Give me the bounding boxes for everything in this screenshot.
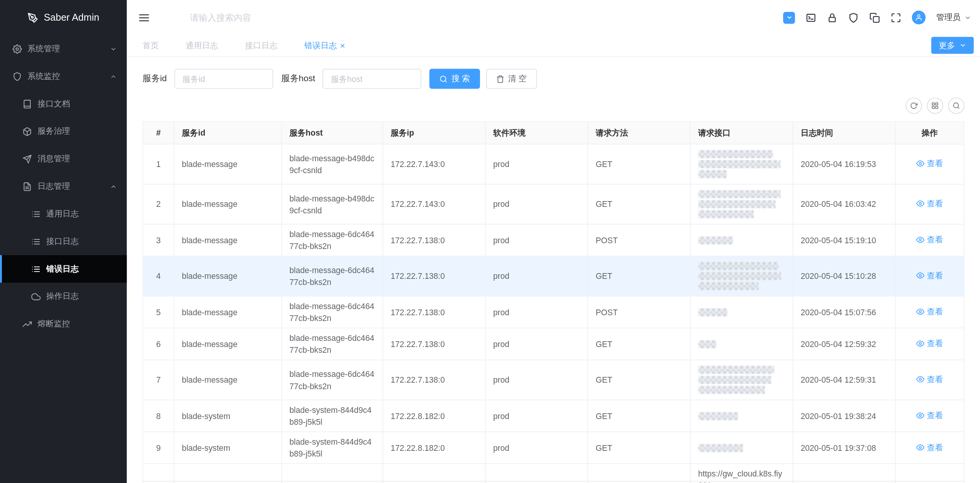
cell-env: prod: [485, 432, 588, 463]
tab-0[interactable]: 首页: [142, 40, 158, 51]
column-header: 日志时间: [793, 122, 895, 144]
cell-method: GET: [588, 432, 691, 463]
screens-icon[interactable]: [869, 12, 880, 23]
cell-service-id: blade-message: [174, 144, 282, 184]
cell-method: GET: [588, 256, 691, 296]
sidebar-item[interactable]: 错误日志: [0, 255, 127, 283]
cell-env: prod: [485, 256, 588, 296]
view-button[interactable]: 查看: [916, 157, 943, 169]
tabs: 首页通用日志接口日志错误日志×: [142, 40, 372, 51]
search-button[interactable]: 搜 索: [430, 69, 480, 89]
log-table: #服务id服务host服务ip软件环境请求方法请求接口日志时间操作 1blade…: [142, 121, 964, 483]
sidebar-item[interactable]: 消息管理: [0, 145, 127, 173]
sidebar-item[interactable]: 通用日志: [0, 200, 127, 228]
clear-button[interactable]: 清 空: [486, 69, 537, 89]
shield-icon[interactable]: [848, 12, 859, 23]
cell-service-host: blade-message-6dc46477cb-bks2n: [282, 296, 383, 328]
sidebar-item[interactable]: 系统监控: [0, 62, 127, 90]
cell-service-ip: 172.22.8.182:0: [383, 400, 485, 432]
view-label: 查看: [927, 337, 943, 349]
cell-api: [690, 296, 793, 328]
eye-icon: [916, 236, 924, 244]
view-button[interactable]: 查看: [916, 409, 943, 421]
view-button[interactable]: 查看: [916, 337, 943, 349]
cell-api: [690, 144, 793, 184]
sidebar-item-label: 服务治理: [38, 126, 70, 137]
console-icon[interactable]: [805, 12, 816, 23]
cell-api: [690, 224, 793, 256]
sidebar-item-label: 通用日志: [46, 208, 79, 219]
topbar: 管理员: [127, 0, 980, 35]
user-menu[interactable]: 管理员: [936, 12, 971, 23]
sidebar-item[interactable]: 服务治理: [0, 118, 127, 145]
cell-service-ip: 172.22.7.143:0: [383, 144, 485, 184]
cell-api: [690, 432, 793, 463]
more-button[interactable]: 更多: [931, 37, 974, 54]
app-logo: Saber Admin: [0, 0, 127, 35]
sidebar-item-label: 系统监控: [28, 70, 60, 82]
topbar-icon-group: [805, 12, 901, 23]
sidebar-item-label: 错误日志: [46, 263, 79, 274]
sidebar-item-label: 熔断监控: [38, 318, 70, 329]
cell-env: prod: [485, 144, 588, 184]
view-button[interactable]: 查看: [916, 373, 943, 385]
sidebar-item[interactable]: 接口日志: [0, 228, 127, 255]
global-search-input[interactable]: [189, 12, 329, 23]
close-icon[interactable]: ×: [340, 41, 345, 50]
theme-toggle-icon[interactable]: [783, 11, 795, 23]
service-id-label: 服务id: [142, 73, 167, 84]
tab-2[interactable]: 接口日志: [245, 40, 278, 51]
refresh-button[interactable]: [906, 98, 922, 114]
cell-method: GET: [588, 184, 691, 224]
eye-icon: [916, 339, 924, 347]
cell-method: GET: [588, 328, 691, 360]
sidebar-item[interactable]: 接口文档: [0, 90, 127, 118]
file-icon: [23, 182, 32, 191]
tab-1[interactable]: 通用日志: [186, 40, 218, 51]
view-button[interactable]: 查看: [916, 441, 943, 453]
grid-button[interactable]: [927, 98, 943, 114]
sidebar-item[interactable]: 操作日志: [0, 283, 127, 310]
sidebar-item[interactable]: 系统管理: [0, 35, 127, 62]
topbar-actions: 管理员: [783, 11, 971, 25]
view-button[interactable]: 查看: [916, 306, 943, 318]
cell-index: [143, 464, 174, 483]
tab-bar: 首页通用日志接口日志错误日志× 更多: [127, 35, 980, 57]
list-icon: [31, 209, 41, 218]
send-icon: [23, 154, 32, 163]
search-button[interactable]: [948, 98, 964, 114]
service-id-input[interactable]: [174, 69, 273, 89]
lock-icon[interactable]: [827, 12, 838, 23]
cell-method: GET: [588, 144, 691, 184]
sidebar: Saber Admin 系统管理系统监控接口文档服务治理消息管理日志管理通用日志…: [0, 0, 127, 483]
cell-service-host: blade-message-6dc46477cb-bks2n: [282, 256, 383, 296]
view-label: 查看: [927, 198, 943, 210]
cell-service-ip: 172.22.7.138:0: [383, 296, 485, 328]
tab-3[interactable]: 错误日志×: [304, 40, 345, 51]
column-header: #: [143, 122, 174, 144]
cell-env: prod: [485, 296, 588, 328]
cell-index: 1: [143, 144, 174, 184]
column-header: 服务id: [174, 122, 282, 144]
column-header: 软件环境: [485, 122, 588, 144]
service-host-input[interactable]: [323, 69, 421, 89]
sidebar-item[interactable]: 日志管理: [0, 173, 127, 200]
column-header: 服务host: [282, 122, 383, 144]
avatar[interactable]: [912, 11, 926, 25]
cell-api: [690, 360, 793, 400]
view-button[interactable]: 查看: [916, 234, 943, 246]
cell-service-id: blade-message: [174, 184, 282, 224]
cell-env: prod: [485, 328, 588, 360]
cell-service-host: blade-message-6dc46477cb-bks2n: [282, 224, 383, 256]
fullscreen-icon[interactable]: [891, 12, 902, 23]
view-button[interactable]: 查看: [916, 198, 943, 210]
collapse-menu-icon[interactable]: [138, 11, 150, 23]
cell-time: 2020-05-04 16:19:53: [793, 144, 895, 184]
cell-actions: 查看: [895, 328, 964, 360]
service-host-label: 服务host: [281, 73, 315, 84]
sidebar-item[interactable]: 熔断监控: [0, 310, 127, 338]
table-row: 5blade-messageblade-message-6dc46477cb-b…: [143, 296, 964, 328]
cell-api: [690, 256, 793, 296]
cell-time: 2020-05-04 15:19:10: [793, 224, 895, 256]
view-button[interactable]: 查看: [916, 270, 943, 282]
